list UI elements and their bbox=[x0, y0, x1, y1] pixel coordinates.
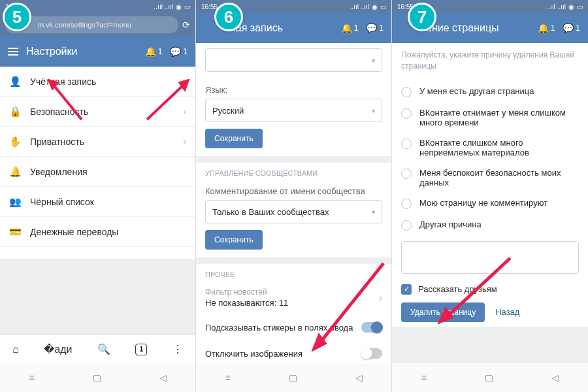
more-icon[interactable]: ⋮ bbox=[172, 343, 183, 355]
news-filter-value: Не показываются: 11 bbox=[205, 298, 288, 308]
vk-header: Настройки 🔔1 💬1 bbox=[0, 37, 195, 67]
refresh-icon[interactable]: ⟳ bbox=[182, 20, 190, 30]
step-badge-5: 5 bbox=[3, 3, 31, 31]
home-icon[interactable]: ⌂ bbox=[12, 344, 19, 355]
images-toggle-row[interactable]: Отключить изображения bbox=[196, 340, 391, 367]
news-filter-row[interactable]: Фильтр новостей Не показываются: 11 › bbox=[196, 281, 391, 314]
home-button-icon[interactable]: ▢ bbox=[93, 372, 101, 383]
reason-label: Меня беспокоит безопасность моих данных bbox=[419, 168, 579, 188]
community-section-label: УПРАВЛЕНИЕ СООБЩЕСТВАМИ bbox=[196, 163, 391, 180]
status-time: 16:55 bbox=[201, 3, 218, 10]
search-icon[interactable]: 🔍 bbox=[97, 343, 110, 355]
home-button-icon[interactable]: ▢ bbox=[289, 372, 297, 383]
back-icon[interactable]: ◁ bbox=[355, 372, 363, 383]
android-nav-bar: ≡ ▢ ◁ bbox=[0, 363, 195, 392]
android-nav-bar: ≡ ▢ ◁ bbox=[392, 363, 588, 392]
step-badge-6: 6 bbox=[214, 3, 243, 31]
back-icon[interactable]: ◁ bbox=[159, 372, 167, 383]
reason-radio[interactable]: ВКонтакте слишком много неприемлемых мат… bbox=[392, 133, 588, 163]
settings-item-label: Чёрный список bbox=[30, 197, 94, 207]
users-icon: 👥 bbox=[9, 196, 21, 208]
settings-item-notifications[interactable]: 🔔 Уведомления bbox=[0, 157, 195, 187]
back-icon[interactable]: ◁ bbox=[551, 372, 559, 383]
hand-icon: ✋ bbox=[9, 136, 21, 148]
settings-item-label: Денежные переводы bbox=[30, 227, 118, 237]
divider bbox=[196, 156, 391, 163]
radio-icon bbox=[401, 220, 412, 231]
settings-item-transfers[interactable]: 💳 Денежные переводы bbox=[0, 217, 195, 247]
page-title: ение страницы bbox=[426, 22, 530, 34]
chevron-right-icon: › bbox=[379, 292, 382, 304]
tabs-button[interactable]: 1 bbox=[135, 344, 147, 355]
recent-apps-icon[interactable]: ≡ bbox=[225, 372, 230, 383]
home-button-icon[interactable]: ▢ bbox=[485, 372, 493, 383]
reason-radio[interactable]: Другая причина bbox=[392, 214, 588, 236]
divider bbox=[196, 257, 391, 264]
tell-friends-row[interactable]: ✓ Рассказать друзьям bbox=[392, 280, 588, 302]
hamburger-icon[interactable] bbox=[8, 48, 18, 56]
battery-icon: ▭ bbox=[184, 3, 190, 10]
language-select[interactable]: Русский ▾ bbox=[205, 99, 382, 122]
settings-item-account[interactable]: 👤 Учётная запись › bbox=[0, 67, 195, 97]
back-link[interactable]: Назад bbox=[495, 307, 519, 317]
settings-item-security[interactable]: 🔒 Безопасность › bbox=[0, 97, 195, 127]
reason-label: ВКонтакте отнимает у меня слишком много … bbox=[419, 108, 579, 127]
community-comment-label: Комментирование от имени сообщества bbox=[196, 180, 391, 200]
notifications-button[interactable]: 🔔1 bbox=[145, 46, 163, 57]
messages-button[interactable]: 💬1 bbox=[366, 23, 384, 33]
save-button[interactable]: Сохранить bbox=[205, 230, 263, 250]
notifications-button[interactable]: 🔔1 bbox=[538, 23, 555, 33]
bubble-icon: 💬 bbox=[170, 46, 181, 57]
reason-label: ВКонтакте слишком много неприемлемых мат… bbox=[419, 138, 579, 157]
messages-button[interactable]: 💬1 bbox=[170, 46, 188, 57]
recent-apps-icon[interactable]: ≡ bbox=[421, 372, 427, 383]
lock-icon: 🔒 bbox=[9, 106, 21, 118]
community-comment-value: Только в Ваших сообществах bbox=[212, 207, 329, 217]
reason-textarea[interactable] bbox=[401, 241, 579, 274]
browser-toolbar: ⌂ �ади 🔍 1 ⋮ bbox=[0, 335, 195, 363]
chevron-right-icon: › bbox=[183, 136, 186, 148]
tell-friends-label: Рассказать друзьям bbox=[418, 284, 497, 294]
reason-label: Мою страницу не комментируют bbox=[419, 198, 547, 208]
toggle-off[interactable] bbox=[361, 348, 382, 359]
settings-item-privacy[interactable]: ✋ Приватность › bbox=[0, 127, 195, 157]
recent-apps-icon[interactable]: ≡ bbox=[29, 372, 34, 383]
wifi-icon: ◉ bbox=[568, 3, 574, 10]
save-button[interactable]: Сохранить bbox=[205, 129, 263, 148]
reason-radio[interactable]: ВКонтакте отнимает у меня слишком много … bbox=[392, 103, 588, 133]
page-title: Настройки bbox=[26, 46, 137, 57]
community-comment-select[interactable]: Только в Ваших сообществах ▾ bbox=[205, 200, 382, 223]
user-icon: 👤 bbox=[9, 76, 21, 88]
battery-icon: ▭ bbox=[380, 3, 386, 10]
settings-item-label: Безопасность bbox=[30, 106, 88, 117]
bubble-icon: 💬 bbox=[563, 23, 574, 33]
bell-icon: 🔔 bbox=[538, 23, 549, 33]
settings-item-blacklist[interactable]: 👥 Чёрный список bbox=[0, 187, 195, 217]
reason-radio[interactable]: Меня беспокоит безопасность моих данных bbox=[392, 163, 588, 193]
card-icon: 💳 bbox=[9, 226, 21, 238]
other-section-label: ПРОЧЕЕ bbox=[196, 264, 391, 281]
settings-item-label: Приватность bbox=[30, 137, 84, 147]
images-label: Отключить изображения bbox=[205, 349, 302, 359]
stickers-label: Подсказывать стикеры в полях ввода bbox=[205, 323, 353, 333]
share-icon[interactable]: �ади bbox=[44, 343, 72, 355]
toggle-on[interactable] bbox=[361, 322, 382, 333]
notifications-button[interactable]: 🔔1 bbox=[341, 23, 359, 33]
chevron-right-icon: › bbox=[183, 106, 186, 118]
signal-icon: ..ııl ..ııl bbox=[350, 3, 369, 10]
battery-icon: ▭ bbox=[577, 3, 583, 10]
tz-select-partial[interactable]: ▾ bbox=[205, 48, 382, 72]
settings-list: 👤 Учётная запись › 🔒 Безопасность › ✋ Пр… bbox=[0, 67, 195, 247]
delete-page-button[interactable]: Удалить страницу bbox=[401, 302, 485, 322]
android-nav-bar: ≡ ▢ ◁ bbox=[196, 363, 391, 392]
step-badge-7: 7 bbox=[408, 3, 436, 31]
reason-radio[interactable]: У меня есть другая страница bbox=[392, 81, 588, 103]
stickers-toggle-row[interactable]: Подсказывать стикеры в полях ввода bbox=[196, 314, 391, 340]
reason-radio[interactable]: Мою страницу не комментируют bbox=[392, 193, 588, 214]
empty-area bbox=[392, 327, 588, 363]
radio-icon bbox=[401, 87, 412, 97]
messages-button[interactable]: 💬1 bbox=[563, 23, 580, 33]
page-title: ная запись bbox=[230, 22, 333, 34]
signal-icon: ..ııl ..ııl bbox=[154, 3, 173, 10]
chevron-down-icon: ▾ bbox=[372, 107, 375, 114]
